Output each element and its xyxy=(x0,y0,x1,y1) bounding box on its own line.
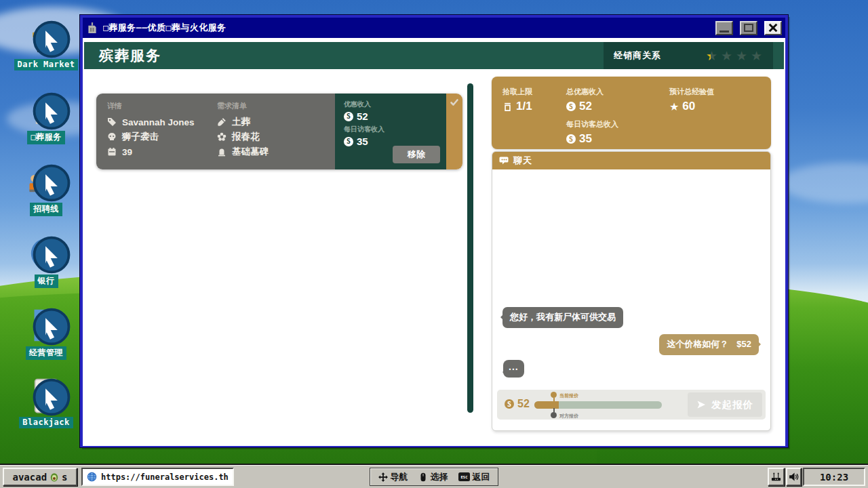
desktop-icon-recruitment[interactable]: 招聘线 xyxy=(12,163,80,216)
corpse-name: Savannah Jones xyxy=(122,117,195,127)
offer-amount-row: S 52 xyxy=(505,398,530,410)
cloud xyxy=(780,163,868,203)
taskbar-clock[interactable]: 10:23 xyxy=(803,468,865,486)
total-daily-label: 每日访客总收入 xyxy=(566,119,669,129)
demand-burial: 土葬 xyxy=(232,116,250,128)
esc-key-icon: ESC xyxy=(458,472,470,481)
chat-typing-indicator: ... xyxy=(503,360,524,378)
coin-icon: S xyxy=(344,112,353,121)
death-cause-row: 狮子袭击 xyxy=(107,129,217,144)
select-hint[interactable]: 选择 xyxy=(418,471,448,483)
clock-time: 10:23 xyxy=(820,472,848,483)
corpse-card[interactable]: 详情 Savannah Jones 狮子袭击 39 xyxy=(96,94,462,169)
chat-message-outgoing: 这个价格如何？$52 xyxy=(659,334,759,355)
star-icon: ★ xyxy=(669,102,679,112)
cursor-badge-icon xyxy=(33,20,71,58)
tombstone-icon xyxy=(217,147,226,157)
start-label-suffix: s xyxy=(62,472,67,483)
chat-panel: 聊天 您好，我有新尸体可供交易 这个价格如何？$52 ... S xyxy=(492,151,771,431)
offer-amount: 52 xyxy=(517,398,530,410)
total-discount-value: 52 xyxy=(579,100,592,113)
desktop-icon-label: 招聘线 xyxy=(30,203,62,216)
chat-bubble-icon xyxy=(499,156,509,165)
send-icon xyxy=(696,400,706,409)
desktop-icon-dark-market[interactable]: Dark Market xyxy=(12,19,80,70)
page-header: 殡葬服务 经销商关系 ★★ ★ ★ ★ xyxy=(84,42,784,69)
desktop-icon-management[interactable]: 经营管理 xyxy=(12,306,80,360)
relationship-stars: ★★ ★ ★ ★ xyxy=(706,49,764,62)
address-url: https://funeralservices.threewg... xyxy=(101,472,229,482)
star-icon: ★ xyxy=(736,49,749,62)
maximize-button[interactable] xyxy=(740,21,757,35)
their-offer-marker: 对方报价 xyxy=(551,412,557,418)
relationship-label: 经销商关系 xyxy=(614,49,661,62)
discount-income-label: 优惠收入 xyxy=(344,100,439,109)
desktop-icon-label: Blackjack xyxy=(19,417,73,428)
discount-income-value-row: S 52 xyxy=(344,110,439,122)
minimize-button[interactable] xyxy=(715,21,733,35)
total-discount-value-row: S 52 xyxy=(566,100,669,113)
coin-icon: S xyxy=(566,134,576,144)
window-titlebar[interactable]: □葬服务——优质□葬与火化服务 xyxy=(83,18,785,38)
main-content: 详情 Savannah Jones 狮子袭击 39 xyxy=(85,69,783,442)
right-column: 拾取上限 1/1 总优惠收入 S 52 xyxy=(492,69,771,442)
start-button[interactable]: avacads xyxy=(3,468,77,486)
total-daily-value-row: S 35 xyxy=(566,132,669,146)
desktop-icon-label: □葬服务 xyxy=(27,131,64,144)
cursor-badge-icon xyxy=(33,92,71,130)
offer-slider[interactable]: 当前报价 对方报价 xyxy=(534,401,662,409)
chat-body: 您好，我有新尸体可供交易 这个价格如何？$52 ... S 52 xyxy=(492,169,770,430)
globe-icon xyxy=(87,472,97,482)
window-body: 殡葬服务 经销商关系 ★★ ★ ★ ★ 详情 xyxy=(83,38,785,446)
tag-icon xyxy=(107,117,117,127)
list-scrollbar[interactable] xyxy=(467,83,473,413)
demand-flower-row: 报春花 xyxy=(217,129,335,144)
desktop-icon-blackjack[interactable]: A Blackjack xyxy=(12,377,80,428)
calendar-icon xyxy=(107,147,117,157)
controller-hint-group: 导航 选择 ESC 返回 xyxy=(370,468,498,486)
desktop-icon-label: Dark Market xyxy=(14,59,79,70)
demand-tombstone-row: 基础墓碑 xyxy=(217,144,335,159)
back-hint[interactable]: ESC 返回 xyxy=(458,471,490,483)
window-crematorium-icon xyxy=(86,22,98,34)
cursor-badge-icon xyxy=(33,164,71,202)
network-tray-button[interactable] xyxy=(768,468,785,486)
outgoing-text: 这个价格如何？ xyxy=(667,339,728,349)
total-discount-label: 总优惠收入 xyxy=(566,87,669,97)
page-title: 殡葬服务 xyxy=(84,46,161,65)
cursor-badge-icon xyxy=(33,236,71,274)
remove-button[interactable]: 移除 xyxy=(393,146,440,163)
skull-icon xyxy=(107,132,117,142)
coin-icon: S xyxy=(505,399,514,409)
coin-icon: S xyxy=(344,137,353,146)
discount-income-value: 52 xyxy=(357,110,368,122)
offer-slider-fill xyxy=(534,401,559,409)
chat-title: 聊天 xyxy=(513,155,532,167)
router-icon xyxy=(771,472,781,482)
corpse-name-row: Savannah Jones xyxy=(107,115,217,129)
demand-burial-row: 土葬 xyxy=(217,115,335,129)
demands-label: 需求清单 xyxy=(217,101,335,111)
desktop-icon-funeral-services[interactable]: □葬服务 xyxy=(12,91,80,144)
summary-stats-panel: 拾取上限 1/1 总优惠收入 S 52 xyxy=(492,77,771,149)
mouse-icon xyxy=(418,472,428,482)
avocado-icon xyxy=(50,472,59,482)
selected-stripe[interactable] xyxy=(446,94,462,169)
shovel-icon xyxy=(217,117,226,127)
total-xp-value-row: ★ 60 xyxy=(669,100,771,113)
close-button[interactable] xyxy=(764,21,782,35)
send-offer-button[interactable]: 发起报价 xyxy=(688,392,762,417)
death-cause: 狮子袭击 xyxy=(122,131,159,143)
volume-tray-button[interactable] xyxy=(786,468,802,486)
demand-flower: 报春花 xyxy=(232,131,260,143)
send-offer-label: 发起报价 xyxy=(711,399,753,411)
navigate-hint[interactable]: 导航 xyxy=(378,471,408,483)
their-offer-dot xyxy=(551,412,557,418)
desktop-icon-bank[interactable]: $ 银行 xyxy=(12,235,80,288)
svg-text:ESC: ESC xyxy=(460,475,467,479)
screen: Dark Market □葬服务 xyxy=(0,0,868,488)
address-bar[interactable]: https://funeralservices.threewg... xyxy=(81,468,234,486)
pickup-limit-value-row: 1/1 xyxy=(502,100,566,113)
offer-bar: S 52 当前报价 xyxy=(497,390,766,420)
move-cross-icon xyxy=(378,472,388,482)
